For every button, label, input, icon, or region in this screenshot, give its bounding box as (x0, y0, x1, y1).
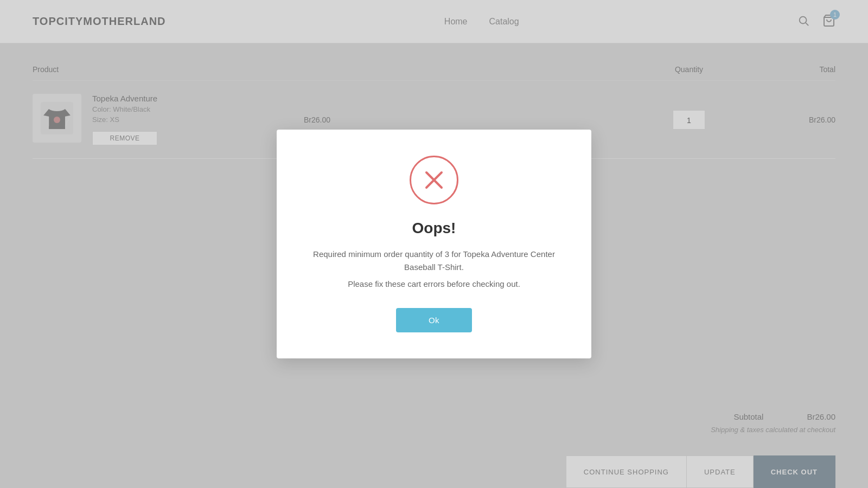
modal-title: Oops! (412, 220, 456, 237)
modal-overlay: Oops! Required minimum order quantity of… (0, 0, 868, 488)
modal-message: Required minimum order quantity of 3 for… (309, 248, 559, 274)
error-modal: Oops! Required minimum order quantity of… (277, 130, 591, 358)
ok-button[interactable]: Ok (396, 308, 472, 332)
modal-sub-message: Please fix these cart errors before chec… (348, 279, 520, 288)
error-icon (410, 156, 458, 204)
